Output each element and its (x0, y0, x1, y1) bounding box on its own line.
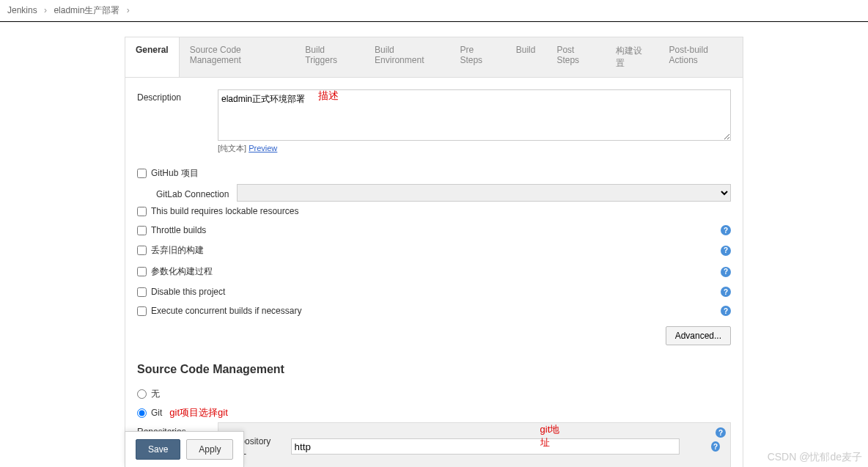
help-icon[interactable]: ? (721, 267, 731, 277)
tab-pre-steps[interactable]: Pre Steps (449, 37, 505, 77)
tab-build-triggers[interactable]: Build Triggers (295, 37, 364, 77)
tab-build[interactable]: Build (506, 37, 547, 77)
lockable-label: This build requires lockable resources (151, 206, 298, 216)
preview-link[interactable]: Preview (249, 144, 277, 152)
breadcrumb-separator: › (44, 5, 47, 15)
description-textarea[interactable]: eladmin正式环境部署 (218, 89, 731, 141)
disable-label: Disable this project (151, 287, 225, 297)
description-label: Description (137, 89, 218, 103)
save-bar: Save Apply (125, 431, 244, 467)
scm-git-radio[interactable] (137, 408, 147, 418)
tab-general[interactable]: General (125, 37, 180, 77)
config-tabs: General Source Code Management Build Tri… (125, 37, 743, 78)
scm-none-radio[interactable] (137, 389, 147, 399)
parameterized-row: 参数化构建过程 ? (137, 261, 731, 282)
tab-post-steps[interactable]: Post Steps (546, 37, 606, 77)
repo-url-input[interactable] (291, 438, 680, 455)
tab-build-settings[interactable]: 构建设置 (606, 37, 658, 77)
help-icon[interactable]: ? (721, 306, 731, 316)
scm-none-row: 无 (137, 385, 731, 403)
tab-content: Description eladmin正式环境部署 [纯文本] Preview … (125, 78, 743, 467)
help-icon[interactable]: ? (716, 427, 726, 438)
breadcrumb-jenkins[interactable]: Jenkins (7, 5, 37, 15)
parameterized-label: 参数化构建过程 (151, 265, 213, 278)
breadcrumb: Jenkins › eladmin生产部署 › (0, 0, 868, 22)
watermark: CSDN @忧郁de麦子 (768, 451, 862, 464)
github-project-checkbox[interactable] (137, 169, 147, 178)
gitlab-connection-label: GitLab Connection (156, 186, 237, 199)
lockable-row: This build requires lockable resources (137, 202, 731, 221)
scm-none-label: 无 (151, 388, 160, 400)
help-icon[interactable]: ? (711, 441, 720, 452)
throttle-checkbox[interactable] (137, 226, 147, 235)
description-annotation: 描述 (318, 89, 339, 103)
tab-build-environment[interactable]: Build Environment (364, 37, 449, 77)
scm-git-row: Git git项目选择git (137, 403, 731, 422)
plain-text-label: [纯文本] (218, 144, 246, 152)
disable-row: Disable this project ? (137, 282, 731, 301)
gitlab-connection-row: GitLab Connection (137, 184, 731, 202)
tab-post-build-actions[interactable]: Post-build Actions (658, 37, 743, 77)
main-container: General Source Code Management Build Tri… (0, 22, 868, 467)
help-icon[interactable]: ? (721, 246, 731, 256)
scm-git-annotation: git项目选择git (169, 406, 227, 419)
repo-url-row: Repository URL git地址 ? (229, 433, 720, 460)
help-icon[interactable]: ? (721, 287, 731, 297)
help-icon[interactable]: ? (721, 225, 731, 235)
disable-checkbox[interactable] (137, 287, 147, 297)
apply-button[interactable]: Apply (186, 439, 233, 460)
discard-old-label: 丢弃旧的构建 (151, 244, 204, 257)
tab-scm[interactable]: Source Code Management (180, 37, 295, 77)
gitlab-connection-select[interactable] (237, 184, 731, 202)
scm-git-label: Git (151, 408, 162, 418)
lockable-checkbox[interactable] (137, 207, 147, 216)
parameterized-checkbox[interactable] (137, 267, 147, 276)
concurrent-checkbox[interactable] (137, 306, 147, 316)
concurrent-row: Execute concurrent builds if necessary ? (137, 301, 731, 320)
throttle-row: Throttle builds ? (137, 221, 731, 240)
breadcrumb-project[interactable]: eladmin生产部署 (54, 4, 119, 17)
github-project-row: GitHub 项目 (137, 163, 731, 184)
repo-url-annotation: git地址 (540, 423, 565, 449)
description-footer: [纯文本] Preview (218, 143, 277, 154)
description-row: Description eladmin正式环境部署 [纯文本] Preview … (137, 89, 731, 154)
repositories-panel: ? Repository URL git地址 ? Credentials jie… (218, 422, 731, 467)
github-project-label: GitHub 项目 (151, 167, 199, 180)
throttle-label: Throttle builds (151, 225, 206, 235)
advanced-button[interactable]: Advanced... (666, 326, 731, 345)
scm-section-header: Source Code Management (137, 363, 731, 376)
discard-old-row: 丢弃旧的构建 ? (137, 240, 731, 261)
concurrent-label: Execute concurrent builds if necessary (151, 306, 301, 316)
discard-old-checkbox[interactable] (137, 246, 147, 255)
save-button[interactable]: Save (136, 439, 180, 460)
breadcrumb-separator: › (127, 5, 130, 15)
